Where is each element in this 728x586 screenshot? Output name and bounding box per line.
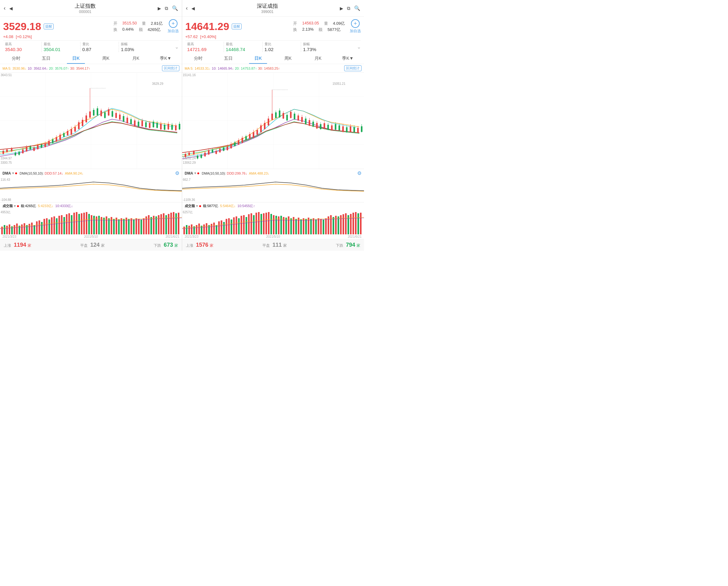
left-dma-y-low: -104.88 bbox=[1, 198, 11, 202]
left-up-num: 1194 bbox=[14, 242, 26, 248]
right-price-details: 开 14563.05 量 4.09亿 换 2.13% 额 5877亿 bbox=[293, 21, 345, 32]
left-back-btn[interactable]: ‹ bbox=[4, 5, 6, 11]
svg-rect-309 bbox=[256, 213, 257, 234]
right-dma-chart: 662.7 -1109.36 bbox=[182, 177, 364, 202]
svg-rect-290 bbox=[208, 225, 210, 234]
right-prev-btn[interactable]: ◀ bbox=[192, 6, 195, 11]
right-ratio-label: 量比 bbox=[265, 42, 271, 47]
left-price-stats: 最高 3540.30 最低 3504.01 量比 0.87 振幅 1.03% ⌄ bbox=[3, 40, 179, 52]
left-exchange-val: 0.44% bbox=[122, 27, 134, 32]
right-back-btn[interactable]: ‹ bbox=[186, 5, 188, 11]
svg-rect-282 bbox=[189, 226, 190, 234]
left-add-btn[interactable]: + 加自选 bbox=[168, 19, 179, 34]
right-copy-btn[interactable]: ⧉ bbox=[347, 6, 350, 11]
right-ma5-label: MA 5: bbox=[185, 66, 193, 70]
right-vol-val: 4.09亿 bbox=[333, 21, 345, 26]
left-flat-num: 124 bbox=[90, 242, 99, 248]
left-ma30-label: 30: bbox=[70, 66, 75, 70]
svg-rect-115 bbox=[28, 224, 30, 234]
right-alert-btn[interactable]: 提醒 bbox=[232, 24, 242, 29]
svg-rect-165 bbox=[153, 216, 155, 234]
svg-rect-294 bbox=[218, 221, 220, 234]
right-tab-zhou[interactable]: 周K bbox=[273, 53, 303, 64]
svg-rect-337 bbox=[325, 218, 327, 234]
svg-rect-338 bbox=[328, 216, 329, 234]
left-main-price: 3529.18 bbox=[3, 21, 41, 32]
left-vol-v10: 10:4333亿↓ bbox=[55, 204, 73, 208]
right-tab-yue[interactable]: 月K bbox=[303, 53, 333, 64]
svg-rect-345 bbox=[345, 213, 347, 234]
left-ratio-val: 0.87 bbox=[82, 47, 92, 52]
right-up-num: 1576 bbox=[196, 242, 208, 248]
left-y-low: 3300.75 bbox=[1, 161, 12, 164]
right-plus-icon: + bbox=[351, 19, 360, 28]
left-copy-btn[interactable]: ⧉ bbox=[165, 6, 168, 11]
svg-rect-348 bbox=[353, 213, 354, 234]
left-search-btn[interactable]: 🔍 bbox=[172, 5, 178, 11]
right-up-unit: 家 bbox=[210, 243, 214, 248]
left-price-details: 开 3515.50 量 2.81亿 换 0.44% 额 4265亿 bbox=[114, 21, 162, 32]
right-nav-right: ▶ ⧉ 🔍 bbox=[340, 5, 360, 11]
left-next-btn[interactable]: ▶ bbox=[158, 6, 161, 11]
right-tab-fen[interactable]: 分时 bbox=[183, 53, 214, 64]
left-interval-btn[interactable]: 区间统计 bbox=[162, 65, 179, 71]
right-open-label: 开 bbox=[293, 21, 297, 26]
left-dma-ama: AMA:90.24↓ bbox=[64, 171, 83, 175]
left-tab-zhou[interactable]: 周K bbox=[91, 53, 121, 64]
svg-rect-157 bbox=[133, 219, 134, 234]
right-vol-v10: 10:5455亿↑ bbox=[237, 204, 255, 208]
left-tab-rik[interactable]: 日K bbox=[61, 53, 91, 64]
svg-rect-131 bbox=[69, 213, 70, 234]
right-price-row1: 14641.29 提醒 开 14563.05 量 4.09亿 换 2.13% 额… bbox=[185, 19, 361, 34]
left-high-val: 3540.30 bbox=[5, 47, 22, 52]
svg-rect-299 bbox=[231, 219, 232, 234]
right-search-btn[interactable]: 🔍 bbox=[354, 5, 360, 11]
svg-rect-300 bbox=[233, 217, 235, 234]
left-prev-btn[interactable]: ◀ bbox=[9, 6, 13, 11]
svg-rect-123 bbox=[49, 219, 50, 234]
left-up-unit: 家 bbox=[28, 243, 31, 248]
svg-rect-306 bbox=[248, 214, 250, 234]
right-tab-wu[interactable]: 五日 bbox=[214, 53, 244, 64]
right-dma-gear-btn[interactable]: ⚙ bbox=[357, 170, 361, 176]
left-chart-area: 3643.51 3344.97 3300.75 3629.29 bbox=[0, 73, 182, 169]
left-vol-name: 成交额 ▼ bbox=[2, 204, 19, 208]
left-dma-gear-btn[interactable]: ⚙ bbox=[175, 170, 179, 176]
left-vol-chart: 4953亿 bbox=[0, 210, 182, 234]
right-tabs: 分时 五日 日K 周K 月K 季K▼ bbox=[182, 53, 364, 64]
left-change: +4.08 bbox=[3, 34, 13, 39]
svg-rect-291 bbox=[211, 224, 212, 234]
right-change-pct: [+0.40%] bbox=[200, 34, 216, 39]
left-ma20-val: 3576.07↑ bbox=[55, 66, 69, 70]
left-exchange-label: 换 bbox=[114, 27, 118, 32]
right-interval-btn[interactable]: 区间统计 bbox=[344, 65, 361, 71]
svg-rect-289 bbox=[206, 223, 207, 234]
left-tab-fen[interactable]: 分时 bbox=[1, 53, 31, 64]
left-ma-row: MA 5: 3530.96↓ 10: 3562.64↓ 20: 3576.07↑… bbox=[0, 64, 182, 73]
svg-rect-125 bbox=[54, 216, 55, 234]
left-tab-wu[interactable]: 五日 bbox=[31, 53, 61, 64]
svg-rect-138 bbox=[86, 212, 87, 234]
left-nav-right: ▶ ⧉ 🔍 bbox=[158, 5, 178, 11]
right-exchange-label: 换 bbox=[293, 27, 297, 32]
right-dma-y-high: 662.7 bbox=[183, 178, 191, 181]
right-high-val: 14721.69 bbox=[187, 47, 207, 52]
right-stat-high: 最高 14721.69 bbox=[185, 42, 224, 52]
left-dma-y-high: 116.43 bbox=[1, 178, 10, 181]
svg-rect-120 bbox=[41, 222, 43, 234]
svg-rect-111 bbox=[19, 226, 20, 234]
left-alert-btn[interactable]: 提醒 bbox=[44, 24, 54, 29]
left-tab-season[interactable]: 季K▼ bbox=[151, 53, 181, 64]
right-tab-rik[interactable]: 日K bbox=[243, 53, 273, 64]
svg-rect-174 bbox=[175, 213, 177, 234]
right-tab-season[interactable]: 季K▼ bbox=[333, 53, 363, 64]
right-add-btn[interactable]: + 加自选 bbox=[350, 19, 361, 34]
left-candlestick-svg bbox=[0, 73, 182, 169]
svg-rect-320 bbox=[283, 217, 284, 234]
right-next-btn[interactable]: ▶ bbox=[340, 6, 343, 11]
left-tab-yue[interactable]: 月K bbox=[121, 53, 151, 64]
svg-rect-110 bbox=[16, 223, 18, 234]
left-open-label: 开 bbox=[114, 21, 118, 26]
right-price-row2: +57.62 [+0.40%] bbox=[185, 34, 361, 39]
svg-rect-134 bbox=[76, 212, 77, 234]
